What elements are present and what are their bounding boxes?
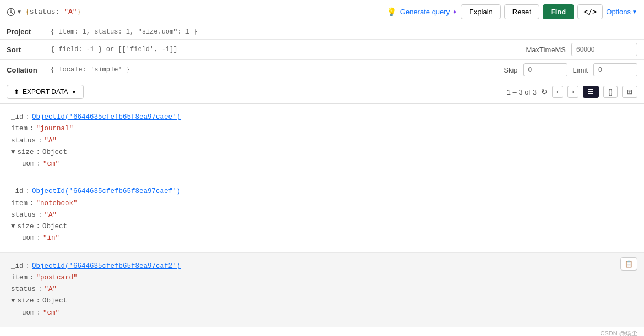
doc-size-line: ▼ size: Object (11, 147, 633, 158)
doc-status-line: status: "A" (11, 210, 633, 221)
sort-right: MaxTimeMS (526, 43, 637, 56)
result-count: 1 – 3 of 3 (507, 88, 537, 96)
doc-uom-line: uom: "cm" (22, 158, 633, 170)
doc-status-line: status: "A" (11, 284, 633, 295)
sort-value: { field: -1 } or [['field', -1]] (51, 46, 515, 53)
table-view-button[interactable]: ⊞ (622, 86, 637, 98)
document-row: _id: ObjectId('6644635cfefb65f8ea97caef'… (0, 178, 644, 252)
next-button[interactable]: › (567, 86, 578, 98)
doc-id-line: _id: ObjectId('6644635cfefb65f8ea97caf2'… (11, 261, 633, 272)
reset-button[interactable]: Reset (504, 4, 539, 19)
maxtimems-input[interactable] (571, 43, 637, 56)
size-toggle[interactable]: ▼ (11, 221, 15, 233)
generate-query-button[interactable]: Generate query ✦ (400, 8, 457, 16)
project-row: Project { item: 1, status: 1, "size.uom"… (0, 24, 644, 40)
collation-row: Collation { locale: 'simple' } Skip Limi… (0, 60, 644, 80)
export-chevron: ▼ (71, 89, 77, 95)
lightbulb-icon: 💡 (386, 7, 397, 17)
document-row: _id: ObjectId('6644635cfefb65f8ea97caee'… (0, 104, 644, 178)
document-row: 📋 _id: ObjectId('6644635cfefb65f8ea97caf… (0, 253, 644, 327)
doc-item-line: item: "notebook" (11, 198, 633, 210)
doc-uom-line: uom: "cm" (22, 307, 633, 319)
skip-label: Skip (504, 66, 517, 74)
options-button[interactable]: Options ▼ (606, 8, 637, 16)
doc-size-line: ▼ size: Object (11, 221, 633, 233)
top-bar: ▼ {status: "A"} 💡 Generate query ✦ Expla… (0, 0, 644, 24)
clock-chevron: ▼ (17, 9, 22, 15)
sort-label: Sort (7, 46, 40, 54)
doc-objectid[interactable]: ObjectId('6644635cfefb65f8ea97caee') (32, 112, 181, 123)
doc-status-line: status: "A" (11, 135, 633, 147)
options-chevron: ▼ (632, 9, 637, 15)
doc-size-line: ▼ size: Object (11, 295, 633, 307)
project-label: Project (7, 27, 40, 36)
doc-item-line: item: "postcard" (11, 272, 633, 284)
explain-button[interactable]: Explain (461, 4, 501, 19)
id-field: _id (11, 112, 24, 123)
doc-id-line: _id: ObjectId('6644635cfefb65f8ea97caef'… (11, 186, 633, 197)
doc-item-line: item: "journal" (11, 123, 633, 135)
find-button[interactable]: Find (543, 4, 574, 19)
toolbar-right: 1 – 3 of 3 ↻ ‹ › ☰ {} ⊞ (507, 86, 637, 98)
collation-right: Skip Limit (504, 63, 637, 76)
query-area: ▼ {status: "A"} (7, 8, 382, 16)
doc-action-button[interactable]: 📋 (620, 257, 637, 271)
export-label: EXPORT DATA (23, 88, 68, 96)
sparkle-icon: ✦ (452, 8, 457, 16)
size-toggle[interactable]: ▼ (11, 147, 15, 158)
generate-query-label: Generate query (400, 8, 450, 16)
refresh-button[interactable]: ↻ (541, 87, 548, 96)
skip-input[interactable] (523, 63, 567, 76)
export-data-button[interactable]: ⬆ EXPORT DATA ▼ (7, 85, 84, 99)
id-field: _id (11, 261, 24, 272)
maxtimems-label: MaxTimeMS (526, 46, 566, 54)
limit-input[interactable] (593, 63, 637, 76)
doc-objectid[interactable]: ObjectId('6644635cfefb65f8ea97caef') (32, 186, 181, 197)
code-button[interactable]: </> (577, 4, 603, 19)
list-view-button[interactable]: ☰ (583, 86, 599, 98)
sort-row: Sort { field: -1 } or [['field', -1]] Ma… (0, 40, 644, 60)
toolbar: ⬆ EXPORT DATA ▼ 1 – 3 of 3 ↻ ‹ › ☰ {} ⊞ (0, 80, 644, 104)
id-field: _id (11, 186, 24, 197)
json-view-button[interactable]: {} (603, 86, 618, 98)
options-label: Options (606, 8, 631, 16)
doc-objectid[interactable]: ObjectId('6644635cfefb65f8ea97caf2') (32, 261, 181, 272)
doc-uom-line: uom: "in" (22, 233, 633, 244)
svg-line-2 (11, 12, 13, 13)
collation-value: { locale: 'simple' } (51, 66, 493, 74)
prev-button[interactable]: ‹ (552, 86, 563, 98)
doc-id-line: _id: ObjectId('6644635cfefb65f8ea97caee'… (11, 112, 633, 123)
limit-label: Limit (573, 66, 588, 74)
size-toggle[interactable]: ▼ (11, 295, 15, 307)
clock-dropdown[interactable]: ▼ (7, 8, 22, 16)
clock-icon (7, 8, 15, 16)
watermark: CSDN @炀尘 (0, 327, 644, 336)
doc-action-icon: 📋 (625, 260, 633, 268)
collation-label: Collation (7, 66, 40, 74)
top-actions: 💡 Generate query ✦ Explain Reset Find </… (386, 4, 637, 19)
project-value: { item: 1, status: 1, "size.uom": 1 } (51, 28, 637, 36)
results-area: _id: ObjectId('6644635cfefb65f8ea97caee'… (0, 104, 644, 327)
export-icon: ⬆ (14, 88, 19, 96)
query-display: {status: "A"} (25, 8, 81, 16)
